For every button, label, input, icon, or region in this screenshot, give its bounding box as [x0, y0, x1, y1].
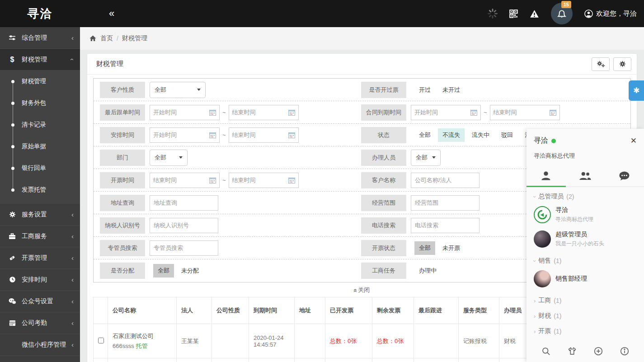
chat-member[interactable]: 销售部经理 — [526, 267, 644, 291]
row-checkbox[interactable] — [98, 338, 104, 343]
filter-label: 开票状态 — [361, 240, 406, 256]
quick-settings-float-button[interactable]: ✱ — [629, 80, 644, 101]
chat-member[interactable]: 超级管理员 我是一只小小的石头 — [526, 227, 644, 251]
user-menu[interactable]: 欢迎您，寻洽 — [584, 9, 637, 18]
status-option-all[interactable]: 全部 — [414, 128, 435, 142]
supervisor-search-input[interactable] — [150, 240, 218, 256]
chat-member[interactable]: 寻洽 寻洽商标总代理 — [526, 202, 644, 227]
chevron-up-icon: ‹ — [69, 58, 76, 61]
assigned-option-unassigned[interactable]: 未分配 — [177, 264, 203, 277]
th-checkbox — [94, 297, 108, 324]
invoice-status-option-all[interactable]: 全部 — [414, 241, 435, 255]
settings-button[interactable] — [613, 57, 631, 71]
clock-icon — [8, 276, 16, 283]
filter-label: 工商任务 — [361, 263, 406, 279]
group-sales[interactable]: › 销售(1) — [526, 251, 644, 267]
tab-groups[interactable] — [566, 166, 605, 186]
chevron-left-icon: ‹ — [71, 341, 74, 348]
business-scope-input[interactable] — [411, 195, 479, 211]
invoice-start-date-input[interactable]: 结束时间 — [150, 173, 220, 188]
status-option-rejected[interactable]: 驳回 — [497, 128, 517, 142]
business-task-option-processing[interactable]: 办理中 — [414, 264, 441, 277]
welcome-text: 欢迎您，寻洽 — [596, 9, 637, 18]
sidebar-item-business-services[interactable]: 工商服务 ‹ — [0, 226, 80, 247]
sidebar-item-miniprogram[interactable]: 微信小程序管理 ‹ — [0, 334, 80, 356]
taxpayer-id-input[interactable] — [150, 218, 218, 233]
sidebar-label: 公司考勤 — [22, 319, 47, 327]
calendar-icon — [209, 132, 216, 138]
range-separator: ~ — [222, 132, 226, 138]
person-icon — [541, 171, 551, 181]
sidebar-item-general[interactable]: 综合管理 ‹ — [0, 27, 80, 49]
qr-code-icon[interactable] — [509, 9, 518, 18]
contract-end-date-input[interactable]: 结束时间 — [490, 105, 560, 120]
filter-label: 办理人员 — [361, 150, 406, 166]
group-invoicing[interactable]: › 开票(1) — [526, 322, 644, 337]
collapse-label: 关闭 — [358, 286, 370, 294]
cell-address — [295, 324, 325, 358]
status-option-churning[interactable]: 流失中 — [467, 128, 494, 142]
cell-company-nature — [212, 324, 249, 358]
chat-close-icon[interactable]: ✕ — [630, 136, 637, 146]
asterisk-icon: ✱ — [633, 86, 639, 95]
sidebar-toggle-icon[interactable] — [88, 9, 100, 18]
chevron-left-icon: ‹ — [71, 254, 74, 262]
sidebar-item-official-account[interactable]: 公众号设置 ‹ — [0, 291, 80, 312]
arrange-end-date-input[interactable]: 结束时间 — [229, 127, 299, 143]
sidebar-label: 微信小程序管理 — [22, 341, 66, 349]
chat-toolbar — [526, 340, 644, 362]
tab-contacts[interactable] — [526, 166, 566, 186]
group-business[interactable]: › 工商(1) — [526, 291, 644, 306]
arrange-start-date-input[interactable]: 开始时间 — [150, 127, 220, 143]
cell-company-name: 石家庄测试公司 666ssss托管 — [108, 324, 177, 358]
breadcrumb-home[interactable]: 首页 — [100, 34, 113, 42]
filter-row: 客户性质 全部 是否开过票 开过 未开过 — [94, 79, 630, 101]
info-icon[interactable] — [620, 347, 629, 356]
submenu-item-outsourcing[interactable]: 财务外包 — [0, 92, 80, 114]
submenu-item-bank-receipts[interactable]: 银行回单 — [0, 157, 80, 179]
contract-start-date-input[interactable]: 开始时间 — [411, 105, 481, 120]
warning-icon[interactable] — [530, 9, 539, 18]
address-search-input[interactable] — [150, 195, 218, 211]
sidebar-item-invoicing[interactable]: 开票管理 ‹ — [0, 247, 80, 269]
customer-nature-select[interactable]: 全部 — [150, 82, 206, 98]
company-name-line1[interactable]: 石家庄测试公司 — [113, 332, 172, 340]
collapse-menu-icon[interactable]: « — [109, 9, 114, 19]
phone-search-input[interactable] — [411, 218, 479, 233]
search-icon[interactable] — [541, 347, 550, 356]
sidebar-item-finance-tax[interactable]: $ 财税管理 ‹ — [0, 49, 80, 71]
handler-select[interactable]: 全部 — [411, 150, 441, 166]
follow-end-date-input[interactable]: 结束时间 — [229, 105, 299, 120]
filter-label: 开票时间 — [100, 172, 145, 188]
submenu-item-original-docs[interactable]: 原始单据 — [0, 136, 80, 157]
sidebar-item-attendance[interactable]: 公司考勤 ‹ — [0, 312, 80, 334]
invoice-status-option-none[interactable]: 未开票 — [438, 241, 465, 255]
group-finance[interactable]: › 财税(1) — [526, 306, 644, 322]
option-invoiced[interactable]: 开过 — [414, 83, 435, 97]
status-option-retained[interactable]: 不流失 — [438, 128, 465, 142]
add-icon[interactable] — [594, 347, 603, 356]
sidebar-item-schedule[interactable]: 安排时间 ‹ — [0, 269, 80, 291]
sidebar-item-service-settings[interactable]: 服务设置 ‹ — [0, 204, 80, 226]
submenu-item-finance-tax[interactable]: 财税管理 — [0, 71, 80, 92]
customer-name-input[interactable] — [411, 173, 479, 188]
submenu-item-card-clearing[interactable]: 清卡记录 — [0, 114, 80, 136]
option-not-invoiced[interactable]: 未开过 — [438, 83, 465, 97]
department-select[interactable]: 全部 — [150, 150, 188, 166]
follow-start-date-input[interactable]: 开始时间 — [150, 105, 220, 120]
group-admins[interactable]: › 总管理员(2) — [526, 187, 644, 202]
invoice-end-date-input[interactable]: 结束时间 — [229, 173, 299, 188]
tab-conversations[interactable] — [605, 166, 644, 186]
chevron-icon: › — [534, 328, 536, 335]
clothes-icon[interactable] — [568, 347, 577, 356]
submenu-item-invoice-custody[interactable]: 发票托管 — [0, 179, 80, 201]
assigned-option-all[interactable]: 全部 — [153, 264, 174, 277]
loading-spinner-icon[interactable] — [488, 9, 498, 19]
cogs-button[interactable] — [592, 57, 610, 71]
sidebar-label: 安排时间 — [22, 276, 47, 284]
breadcrumb-current: 财税管理 — [122, 34, 147, 42]
calendar-icon — [550, 109, 556, 116]
app-logo[interactable]: 寻洽 — [0, 6, 80, 22]
range-separator: ~ — [484, 109, 487, 116]
notifications-button[interactable]: 15 — [551, 3, 573, 24]
